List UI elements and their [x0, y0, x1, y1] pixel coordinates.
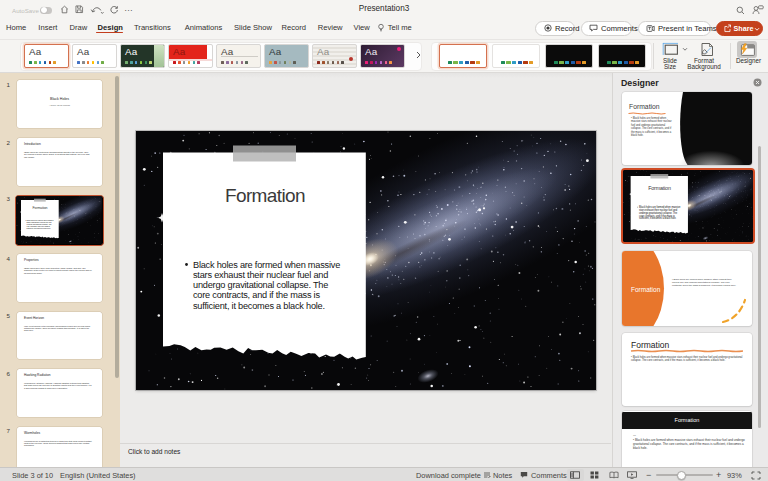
svg-text:Formation: Formation	[631, 286, 661, 293]
